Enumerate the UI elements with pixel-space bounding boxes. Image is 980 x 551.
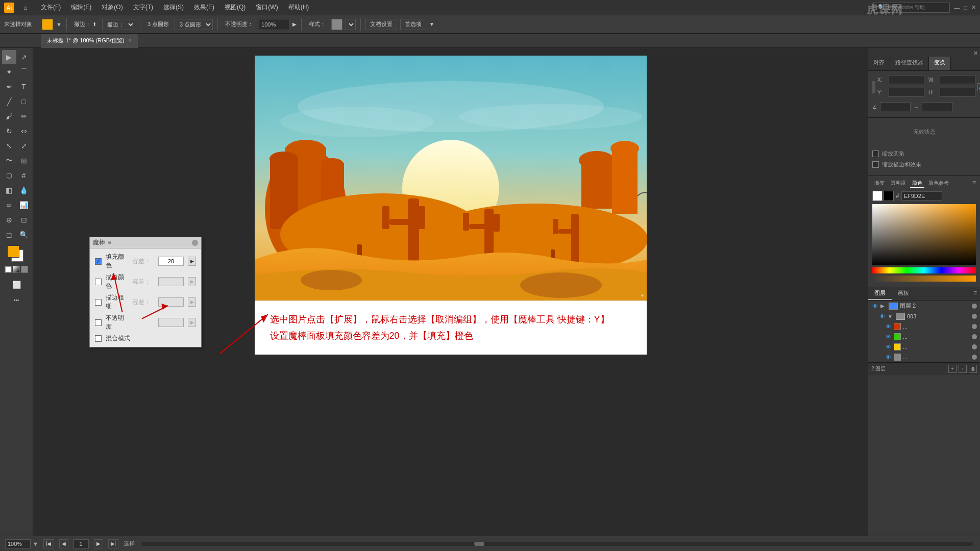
menu-file[interactable]: 文件(F) bbox=[37, 2, 65, 13]
reshape-tool[interactable]: ⤢ bbox=[17, 139, 31, 153]
layer-item-green[interactable]: 👁 ... bbox=[868, 332, 980, 342]
stroke-width-input[interactable] bbox=[158, 297, 184, 307]
fill-color-swatch[interactable] bbox=[42, 19, 53, 30]
opacity-expand[interactable]: ▶ bbox=[292, 21, 297, 27]
menu-window[interactable]: 窗口(W) bbox=[252, 2, 282, 13]
mesh-tool[interactable]: # bbox=[17, 168, 31, 183]
eyedropper-tool[interactable]: 💧 bbox=[17, 183, 31, 197]
alpha-slider[interactable] bbox=[872, 276, 976, 282]
menu-select[interactable]: 选择(S) bbox=[159, 2, 188, 13]
eraser-tool[interactable]: ◻ bbox=[2, 228, 16, 242]
layer-item-yellow[interactable]: 👁 ... bbox=[868, 342, 980, 352]
pen-tool[interactable]: ✒ bbox=[2, 80, 16, 94]
gradient-tool[interactable]: ◧ bbox=[2, 183, 16, 197]
home-button[interactable]: ⌂ bbox=[19, 2, 32, 14]
tab-pathfinder[interactable]: 路径查找器 bbox=[890, 57, 929, 70]
layers-panel-menu[interactable]: ≡ bbox=[970, 287, 980, 300]
artboard[interactable]: ● bbox=[255, 56, 647, 300]
tab-artboards[interactable]: 画板 bbox=[892, 287, 915, 300]
w-input[interactable] bbox=[940, 75, 975, 84]
y-input[interactable] bbox=[889, 88, 924, 97]
layer-item-gray[interactable]: 👁 ... bbox=[868, 352, 980, 362]
window-maximize[interactable]: □ bbox=[964, 5, 967, 11]
direct-selection-tool[interactable]: ↗ bbox=[17, 50, 31, 64]
preferences-btn[interactable]: 首选项 bbox=[400, 19, 426, 30]
chart-tool[interactable]: 📊 bbox=[17, 198, 31, 212]
tab-gradient[interactable]: 渐变 bbox=[872, 179, 887, 188]
angle-input[interactable] bbox=[880, 102, 911, 111]
zoom-input[interactable] bbox=[5, 539, 31, 548]
panel-menu-btn[interactable]: ≡ bbox=[108, 240, 111, 245]
layer-delete-btn[interactable]: 🗑 bbox=[969, 365, 977, 373]
fill-mode-selector[interactable]: ▼ bbox=[56, 21, 62, 28]
scale-stroke-checkbox[interactable] bbox=[872, 161, 879, 168]
preferences-expand[interactable]: ▼ bbox=[429, 21, 434, 27]
color-picker-gradient[interactable] bbox=[872, 204, 976, 265]
blend-mode-checkbox[interactable] bbox=[95, 335, 102, 342]
free-transform-tool[interactable]: ⊞ bbox=[17, 154, 31, 168]
scale-corners-checkbox[interactable] bbox=[872, 151, 879, 157]
search-bar[interactable]: 🔍 搜索 adobe 帮助 bbox=[873, 3, 950, 13]
layer-move-up-btn[interactable]: ↑ bbox=[959, 365, 967, 373]
style-swatch[interactable] bbox=[331, 19, 342, 30]
pencil-tool[interactable]: ✏ bbox=[17, 109, 31, 123]
layer-expand-003[interactable]: ▼ bbox=[888, 314, 894, 319]
style-selector[interactable] bbox=[346, 19, 356, 30]
lasso-tool[interactable]: ⌒ bbox=[17, 65, 31, 79]
opacity-input[interactable] bbox=[259, 19, 289, 30]
menu-edit[interactable]: 编辑(E) bbox=[67, 2, 95, 13]
layer-dot-2[interactable] bbox=[972, 304, 977, 309]
slice-tool[interactable]: ⊡ bbox=[17, 213, 31, 227]
paintbrush-tool[interactable]: 🖌 bbox=[2, 109, 16, 123]
scroll-thumb[interactable] bbox=[474, 542, 484, 546]
stroke-tolerance-input[interactable] bbox=[158, 277, 184, 286]
black-swatch[interactable] bbox=[884, 191, 894, 201]
tab-transparency[interactable]: 透明度 bbox=[889, 179, 908, 188]
panel-close-btn[interactable] bbox=[192, 240, 198, 246]
stroke-tolerance-arrow[interactable]: ▶ bbox=[188, 277, 196, 286]
layer-item-003[interactable]: 👁 ▼ 003 bbox=[868, 311, 980, 321]
brush-selector[interactable]: 撤边： bbox=[102, 19, 135, 30]
selection-tool[interactable]: ▶ bbox=[2, 50, 16, 64]
tab-align[interactable]: 对齐 bbox=[868, 57, 890, 70]
pattern-swatch[interactable] bbox=[21, 266, 28, 273]
hex-input[interactable] bbox=[901, 191, 942, 201]
layer-dot-red[interactable] bbox=[972, 324, 977, 329]
layer-visibility-red[interactable]: 👁 bbox=[885, 323, 892, 330]
layer-item-red[interactable]: 👁 ... bbox=[868, 321, 980, 332]
tab-color[interactable]: 颜色 bbox=[910, 179, 924, 188]
artboard-tool[interactable]: ⬜ bbox=[9, 278, 23, 292]
tab-layers[interactable]: 图层 bbox=[868, 287, 892, 300]
none-swatch[interactable] bbox=[5, 266, 12, 273]
doc-settings-btn[interactable]: 文档设置 bbox=[365, 19, 397, 30]
rotate-tool[interactable]: ↻ bbox=[2, 124, 16, 138]
h-input[interactable] bbox=[940, 88, 975, 97]
last-page-btn[interactable]: ▶| bbox=[108, 539, 119, 548]
symbol-tool[interactable]: ⊕ bbox=[2, 213, 16, 227]
document-tab[interactable]: 未标题-1* @ 100% (RGB/预览) × bbox=[41, 34, 138, 48]
zoom-dropdown[interactable]: ▼ bbox=[33, 541, 38, 547]
lock-proportions-icon[interactable]: 🔗 bbox=[977, 83, 980, 91]
page-input[interactable] bbox=[74, 539, 89, 548]
layer-visibility-2[interactable]: 👁 bbox=[871, 303, 878, 310]
shear-input[interactable] bbox=[922, 102, 952, 111]
layer-expand-2[interactable]: ▶ bbox=[880, 303, 887, 309]
fill-tolerance-arrow[interactable]: ▶ bbox=[188, 257, 196, 266]
horizontal-scrollbar[interactable] bbox=[142, 542, 973, 546]
line-tool[interactable]: ╱ bbox=[2, 94, 16, 109]
white-swatch[interactable] bbox=[872, 191, 883, 201]
tab-close-btn[interactable]: × bbox=[129, 38, 132, 43]
menu-view[interactable]: 视图(Q) bbox=[220, 2, 250, 13]
menu-object[interactable]: 对象(O) bbox=[97, 2, 127, 13]
right-panel-collapse[interactable]: ✕ bbox=[973, 50, 978, 57]
layer-dot-green[interactable] bbox=[972, 334, 977, 339]
color-panel-menu[interactable]: ≡ bbox=[972, 179, 976, 188]
perspective-tool[interactable]: ⬡ bbox=[2, 168, 16, 183]
window-close[interactable]: ✕ bbox=[971, 4, 976, 11]
stroke-width-arrow[interactable]: ▶ bbox=[188, 297, 196, 307]
type-tool[interactable]: T bbox=[17, 80, 31, 94]
layer-visibility-green[interactable]: 👁 bbox=[885, 333, 892, 340]
opacity-arrow[interactable]: ▶ bbox=[188, 318, 196, 327]
layer-visibility-yellow[interactable]: 👁 bbox=[885, 343, 892, 350]
menu-text[interactable]: 文字(T) bbox=[129, 2, 157, 13]
